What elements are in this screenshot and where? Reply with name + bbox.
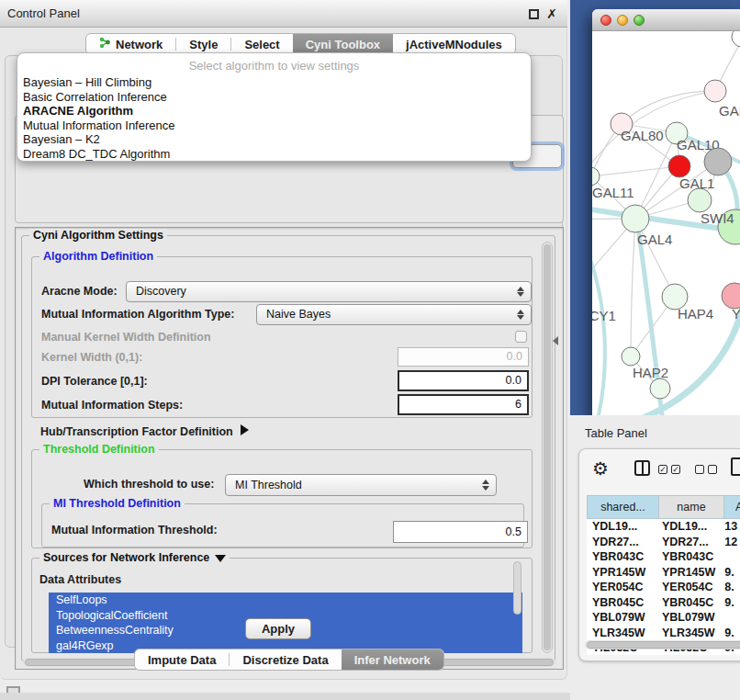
sources-title-row[interactable]: Sources for Network Inference xyxy=(39,551,230,565)
deselect-all-icon[interactable] xyxy=(708,465,717,474)
hub-definition-toggle[interactable]: Hub/Transcription Factor Definition xyxy=(40,423,249,439)
close-window-icon[interactable]: ✗ xyxy=(544,5,560,23)
aracne-mode-label: Aracne Mode: xyxy=(41,285,118,298)
dropdown-item[interactable]: ARACNE Algorithm xyxy=(17,104,531,119)
attribute-list-item[interactable]: SelfLoops xyxy=(49,593,522,608)
network-window-titlebar[interactable] xyxy=(592,9,740,31)
tab-label: Style xyxy=(189,38,218,51)
mi-type-combobox[interactable]: Naive Bayes xyxy=(256,304,532,325)
table-panel-title: Table Panel xyxy=(585,426,647,440)
control-panel-title: Control Panel xyxy=(7,0,80,28)
settings-vertical-scrollbar[interactable] xyxy=(542,242,553,653)
network-node-gal4[interactable] xyxy=(622,205,649,232)
aracne-mode-combobox[interactable]: Discovery xyxy=(126,281,532,302)
mi-threshold-group-title: MI Threshold Definition xyxy=(50,497,185,511)
table-cell: YLR345W xyxy=(656,626,719,641)
sources-title: Sources for Network Inference xyxy=(43,551,209,564)
network-node[interactable] xyxy=(668,155,690,177)
tab-impute-data[interactable]: Impute Data xyxy=(135,649,229,670)
mi-threshold-field[interactable]: 0.5 xyxy=(393,521,528,543)
cyni-algorithm-settings-group: Cyni Algorithm Settings Algorithm Defini… xyxy=(21,235,555,661)
table-cell: YDR27... xyxy=(587,535,656,550)
network-node-gal[interactable] xyxy=(704,80,726,102)
network-node-y[interactable] xyxy=(722,283,740,309)
tab-label: jActiveMNodules xyxy=(406,38,502,51)
network-tab-icon xyxy=(99,37,111,51)
table-body: YDL19...YDL19...13YDR27...YDR27...12YBR0… xyxy=(587,519,740,655)
table-cell: YDR27... xyxy=(656,535,719,550)
close-traffic-light-icon[interactable] xyxy=(600,15,611,26)
table-row[interactable]: YBR043CYBR043C xyxy=(587,549,740,565)
table-row[interactable]: YDL19...YDL19...13 xyxy=(587,519,740,535)
table-row[interactable]: YBR045CYBR045C9. xyxy=(587,595,740,611)
tab-infer-network[interactable]: Infer Network xyxy=(342,649,443,670)
table-row[interactable]: YPR145WYPR145W9. xyxy=(587,565,740,581)
table-container: ⚙ ✓ ✓ shared...nameA YDL19...YDL19...13Y… xyxy=(578,448,740,661)
network-canvas[interactable]: GALGAL80GAL10GAL1GAL11SWI4GAL4GCY1HAP4YH… xyxy=(592,31,740,415)
dropdown-item[interactable]: Bayesian – K2 xyxy=(17,132,531,147)
export-table-icon[interactable] xyxy=(731,457,740,476)
network-node-hap2[interactable] xyxy=(622,347,640,366)
tab-network[interactable]: Network xyxy=(86,34,175,54)
tab-label: Cyni Toolbox xyxy=(306,38,380,51)
mi-threshold-label: Mutual Information Threshold: xyxy=(51,524,218,536)
dropdown-prompt: Select algorithm to view settings xyxy=(17,56,531,75)
dropdown-item[interactable]: Mutual Information Inference xyxy=(17,119,531,133)
network-node-label: GCY1 xyxy=(592,308,616,323)
network-node[interactable] xyxy=(704,148,732,175)
tab-select[interactable]: Select xyxy=(231,34,292,54)
column-header[interactable]: shared... xyxy=(587,495,659,519)
attributes-scrollbar[interactable] xyxy=(513,561,521,615)
network-node[interactable] xyxy=(650,378,670,399)
apply-button[interactable]: Apply xyxy=(245,618,311,639)
network-node-label: GAL1 xyxy=(679,175,714,191)
column-header[interactable]: A xyxy=(724,495,740,519)
network-node-label: Y xyxy=(732,306,740,322)
table-row[interactable]: YBL079WYBL079W xyxy=(587,610,740,626)
kernel-width-field[interactable]: 0.0 xyxy=(398,347,529,367)
threshold-definition-title: Threshold Definition xyxy=(39,443,159,457)
network-node-label: HAP4 xyxy=(678,306,713,322)
column-header[interactable]: name xyxy=(659,495,724,519)
stepper-arrows-icon xyxy=(482,475,489,495)
manual-kernel-checkbox[interactable] xyxy=(515,331,527,343)
network-node-gal11[interactable] xyxy=(592,167,600,186)
select-all-icon[interactable]: ✓ xyxy=(658,465,667,474)
split-pane-collapse-icon[interactable] xyxy=(553,336,558,345)
dpi-tolerance-field[interactable]: 0.0 xyxy=(398,370,529,391)
tab-style[interactable]: Style xyxy=(176,34,230,54)
table-cell: YER054C xyxy=(656,580,719,595)
select-all-icon[interactable]: ✓ xyxy=(671,465,680,474)
dropdown-item[interactable]: Dream8 DC_TDC Algorithm xyxy=(17,147,531,162)
table-cell: 13 xyxy=(719,519,740,535)
which-threshold-combobox[interactable]: MI Threshold xyxy=(225,474,497,496)
network-node[interactable] xyxy=(732,31,740,47)
dropdown-item[interactable]: Bayesian – Hill Climbing xyxy=(17,75,531,90)
network-window: GALGAL80GAL10GAL1GAL11SWI4GAL4GCY1HAP4YH… xyxy=(592,9,740,415)
tab-label: Infer Network xyxy=(354,653,431,667)
tab-discretize-data[interactable]: Discretize Data xyxy=(230,649,341,670)
zoom-traffic-light-icon[interactable] xyxy=(633,15,645,26)
table-row[interactable]: YDR27...YDR27...12 xyxy=(587,535,740,550)
deselect-all-icon[interactable] xyxy=(695,465,704,474)
table-horizontal-scrollbar[interactable] xyxy=(585,640,740,649)
table-row[interactable]: YER054CYER054C8. xyxy=(587,580,740,595)
tab-jactivemnodules[interactable]: jActiveMNodules xyxy=(393,34,515,54)
dropdown-item[interactable]: Basic Correlation Inference xyxy=(17,90,531,105)
table-settings-gear-icon[interactable]: ⚙ xyxy=(592,457,609,480)
column-layout-icon[interactable] xyxy=(634,460,650,476)
table-header-row: shared...nameA xyxy=(587,495,740,519)
restore-window-icon[interactable] xyxy=(529,9,539,19)
tab-cyni-toolbox[interactable]: Cyni Toolbox xyxy=(293,34,393,54)
network-node-label: GAL4 xyxy=(637,231,672,247)
algorithm-definition-group: Algorithm Definition Aracne Mode: Discov… xyxy=(31,256,533,418)
table-row[interactable]: YLR345WYLR345W9. xyxy=(587,626,740,641)
mi-type-label: Mutual Information Algorithm Type: xyxy=(41,308,234,321)
network-node-gal1[interactable] xyxy=(688,188,712,212)
mi-steps-field[interactable]: 6 xyxy=(398,394,529,415)
minimize-traffic-light-icon[interactable] xyxy=(617,15,628,26)
table-cell: YBR045C xyxy=(587,595,656,611)
table-cell: YBL079W xyxy=(656,610,719,626)
settings-scroll-pane: Cyni Algorithm Settings Algorithm Defini… xyxy=(15,227,564,670)
expand-arrow-icon xyxy=(241,424,249,435)
